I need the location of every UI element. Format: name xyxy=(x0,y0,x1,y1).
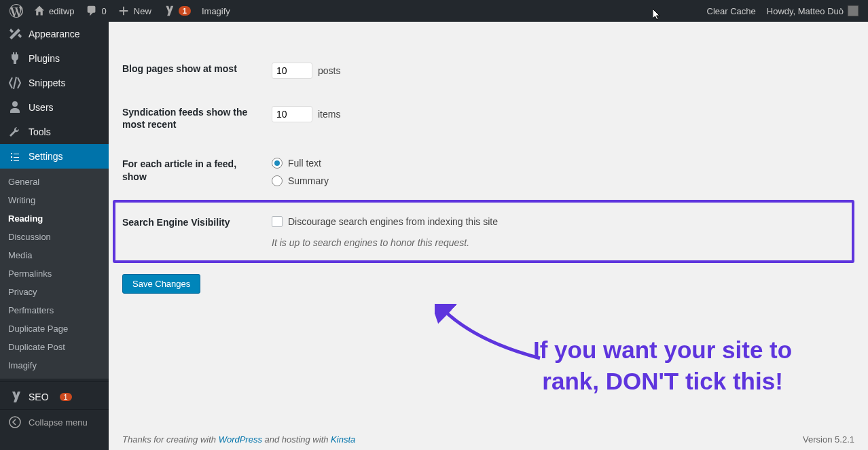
svg-point-0 xyxy=(10,417,20,428)
kinsta-link[interactable]: Kinsta xyxy=(331,434,355,445)
annotation-line-1: If you want your site to xyxy=(533,334,792,366)
submenu-perfmatters[interactable]: Perfmatters xyxy=(0,301,109,319)
menu-seo[interactable]: SEO 1 xyxy=(0,385,109,409)
radio-summary[interactable] xyxy=(272,175,283,186)
menu-label: SEO xyxy=(29,392,49,402)
seo-count-badge: 1 xyxy=(60,393,72,401)
save-button[interactable]: Save Changes xyxy=(122,274,200,294)
syndication-input[interactable] xyxy=(272,106,312,122)
tools-icon xyxy=(8,125,22,139)
submenu-media[interactable]: Media xyxy=(0,246,109,264)
comments-menu[interactable]: 0 xyxy=(80,0,112,22)
menu-appearance[interactable]: Appearance xyxy=(0,22,109,46)
submenu-permalinks[interactable]: Permalinks xyxy=(0,264,109,283)
settings-form: Blog pages show at most posts Syndicatio… xyxy=(122,63,854,294)
submenu-privacy[interactable]: Privacy xyxy=(0,283,109,301)
submenu-imagify[interactable]: Imagify xyxy=(0,356,109,375)
visibility-label: Search Engine Visibility xyxy=(122,216,272,228)
account-menu[interactable]: Howdy, Matteo Duò xyxy=(761,0,864,22)
yoast-menu-icon xyxy=(8,390,22,404)
visibility-field: Discourage search engines from indexing … xyxy=(272,216,498,227)
admin-sidebar: Appearance Plugins Snippets Users Tools … xyxy=(0,22,109,450)
users-icon xyxy=(8,101,22,114)
radio-full[interactable] xyxy=(272,158,283,169)
new-label: New xyxy=(134,6,151,16)
submenu-general[interactable]: General xyxy=(0,173,109,191)
collapse-icon xyxy=(8,415,22,429)
clear-cache-label: Clear Cache xyxy=(707,6,756,16)
site-name-text: editwp xyxy=(49,6,75,16)
blog-pages-input[interactable] xyxy=(272,63,312,79)
blog-pages-suffix: posts xyxy=(318,65,340,76)
footer-prefix: Thanks for creating with xyxy=(122,434,219,445)
footer-thanks: Thanks for creating with WordPress and h… xyxy=(122,434,355,445)
menu-settings[interactable]: Settings xyxy=(0,144,109,169)
menu-label: Settings xyxy=(29,151,63,162)
visibility-row: Search Engine Visibility Discourage sear… xyxy=(122,216,845,228)
submenu-writing[interactable]: Writing xyxy=(0,191,109,209)
settings-icon xyxy=(8,150,22,163)
imagify-label: Imagify xyxy=(202,6,230,16)
collapse-menu-button[interactable]: Collapse menu xyxy=(0,409,109,434)
yoast-icon xyxy=(162,5,175,17)
notification-badge: 1 xyxy=(179,6,191,16)
blog-pages-label: Blog pages show at most xyxy=(122,63,272,75)
imagify-menu[interactable]: Imagify xyxy=(196,0,236,22)
snippets-icon xyxy=(8,76,22,90)
site-name-menu[interactable]: editwp xyxy=(29,0,80,22)
wp-version: Version 5.2.1 xyxy=(803,434,854,445)
feed-full-option[interactable]: Full text xyxy=(272,158,321,169)
feed-label: For each article in a feed, show xyxy=(122,158,272,182)
new-content-menu[interactable]: New xyxy=(112,0,157,22)
blog-pages-field: posts xyxy=(272,63,340,79)
menu-separator xyxy=(0,381,109,382)
avatar xyxy=(848,5,858,16)
wordpress-link[interactable]: WordPress xyxy=(219,434,262,445)
comments-count: 0 xyxy=(102,6,107,16)
visibility-checkbox-label: Discourage search engines from indexing … xyxy=(288,216,498,227)
menu-label: Plugins xyxy=(29,53,60,64)
howdy-text: Howdy, Matteo Duò xyxy=(767,6,844,16)
visibility-checkbox[interactable] xyxy=(272,216,283,227)
admin-bar: editwp 0 New 1 Imagify Clear Cache xyxy=(0,0,868,22)
submenu-reading[interactable]: Reading xyxy=(0,209,109,228)
feed-summary-option[interactable]: Summary xyxy=(272,175,329,186)
comment-icon xyxy=(86,5,98,17)
clear-cache-menu[interactable]: Clear Cache xyxy=(702,0,761,22)
syndication-label: Syndication feeds show the most recent xyxy=(122,106,272,131)
menu-plugins[interactable]: Plugins xyxy=(0,46,109,71)
admin-bar-right: Clear Cache Howdy, Matteo Duò xyxy=(702,0,864,22)
submenu-discussion[interactable]: Discussion xyxy=(0,228,109,246)
plugins-icon xyxy=(8,52,22,65)
submenu-duplicate-page[interactable]: Duplicate Page xyxy=(0,319,109,338)
menu-label: Snippets xyxy=(29,77,65,88)
menu-users[interactable]: Users xyxy=(0,95,109,120)
feed-row: For each article in a feed, show Full te… xyxy=(122,158,854,186)
menu-label: Tools xyxy=(29,126,51,137)
menu-snippets[interactable]: Snippets xyxy=(0,71,109,95)
menu-tools[interactable]: Tools xyxy=(0,120,109,144)
annotation-text: If you want your site to rank, DON'T tic… xyxy=(533,334,792,396)
plus-icon xyxy=(117,5,130,17)
content-area: Blog pages show at most posts Syndicatio… xyxy=(109,22,868,450)
annotation-line-2: rank, DON'T tick this! xyxy=(533,366,792,397)
yoast-menu[interactable]: 1 xyxy=(157,0,196,22)
wp-logo-menu[interactable] xyxy=(4,0,29,22)
appearance-icon xyxy=(8,27,22,41)
blog-pages-row: Blog pages show at most posts xyxy=(122,63,854,79)
settings-submenu: General Writing Reading Discussion Media… xyxy=(0,169,109,379)
submenu-duplicate-post[interactable]: Duplicate Post xyxy=(0,338,109,356)
wp-footer: Thanks for creating with WordPress and h… xyxy=(122,434,854,445)
syndication-suffix: items xyxy=(318,109,340,120)
collapse-label: Collapse menu xyxy=(29,417,88,428)
visibility-highlight: Search Engine Visibility Discourage sear… xyxy=(113,200,854,262)
menu-label: Users xyxy=(29,102,54,113)
feed-summary-label: Summary xyxy=(288,175,329,186)
menu-label: Appearance xyxy=(29,29,80,39)
syndication-field: items xyxy=(272,106,340,122)
feed-options: Full text Summary xyxy=(272,158,329,186)
syndication-row: Syndication feeds show the most recent i… xyxy=(122,106,854,131)
visibility-note: It is up to search engines to honor this… xyxy=(272,237,845,248)
home-icon xyxy=(34,5,45,16)
wordpress-icon xyxy=(10,4,23,18)
